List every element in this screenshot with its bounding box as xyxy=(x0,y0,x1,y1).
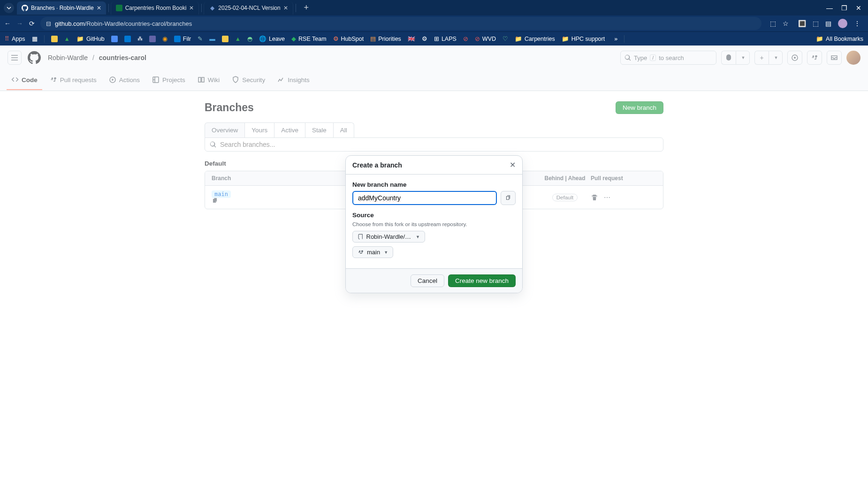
bookmark-item[interactable]: ✎ xyxy=(198,35,203,42)
tab-title: 2025-02-04-NCL Version xyxy=(218,5,280,11)
github-header: Robin-Wardle / countries-carol Type / to… xyxy=(0,46,868,70)
bookmark-item[interactable] xyxy=(124,36,131,42)
bookmark-item[interactable]: ⊘ xyxy=(463,35,468,42)
breadcrumb-repo[interactable]: countries-carol xyxy=(99,54,146,61)
bookmark-item[interactable]: ▬ xyxy=(209,36,215,42)
address-bar-row: ← → ⟳ ⊟ github.com/Robin-Wardle/countrie… xyxy=(0,15,868,31)
bookmark-item[interactable] xyxy=(149,36,156,42)
user-avatar[interactable] xyxy=(846,51,860,65)
profile-avatar[interactable] xyxy=(838,19,847,28)
repo-tab-pullrequests[interactable]: Pull requests xyxy=(45,70,101,90)
minimize-button[interactable]: — xyxy=(826,4,833,12)
all-bookmarks[interactable]: 📁All Bookmarks xyxy=(816,35,863,42)
window-controls: — ❐ ✕ xyxy=(826,4,868,12)
pull-requests-button[interactable] xyxy=(807,51,822,65)
bookmark-wvd[interactable]: ⊘WVD xyxy=(475,35,496,42)
close-icon[interactable]: ✕ xyxy=(97,5,101,11)
global-search[interactable]: Type / to search xyxy=(620,51,716,65)
hamburger-menu[interactable] xyxy=(8,51,22,65)
back-button[interactable]: ← xyxy=(4,20,11,27)
subnav-active[interactable]: Active xyxy=(274,122,305,137)
bookmark-overflow[interactable]: » xyxy=(614,36,617,42)
bookmark-github[interactable]: 📁GitHub xyxy=(76,35,105,42)
th-pull-request: Pull request xyxy=(591,175,656,182)
bookmark-item[interactable]: 🇬🇧 xyxy=(408,35,415,42)
address-bar-actions: ⬚ ☆ 🔳 ⬚ ▤ ⋮ xyxy=(766,19,864,28)
branch-name-input[interactable] xyxy=(352,191,497,205)
svg-point-0 xyxy=(792,55,798,61)
inbox-button[interactable] xyxy=(827,51,842,65)
branch-search-input[interactable] xyxy=(220,141,658,148)
subnav-yours[interactable]: Yours xyxy=(244,122,274,137)
bookmark-leave[interactable]: 🌐Leave xyxy=(259,35,285,42)
bookmark-item[interactable] xyxy=(222,36,228,42)
branch-kebab-icon[interactable]: ⋯ xyxy=(604,194,610,201)
puzzle-icon[interactable]: ⬚ xyxy=(813,20,819,27)
modal-overlay: Create a branch ✕ New branch name Source… xyxy=(0,46,868,220)
close-icon[interactable]: ✕ xyxy=(283,5,288,11)
modal-close-icon[interactable]: ✕ xyxy=(510,160,516,169)
bookmark-item[interactable]: ⁂ xyxy=(137,36,143,42)
bookmark-item[interactable] xyxy=(51,36,58,42)
repo-tab-insights[interactable]: Insights xyxy=(273,70,314,90)
breadcrumb-owner[interactable]: Robin-Wardle xyxy=(48,54,88,61)
bookmark-item[interactable]: ⚙ xyxy=(422,35,427,42)
bookmark-laps[interactable]: ⊞LAPS xyxy=(434,35,457,42)
repo-tab-projects[interactable]: Projects xyxy=(147,70,190,90)
kebab-menu-icon[interactable]: ⋮ xyxy=(854,20,860,27)
reload-button[interactable]: ⟳ xyxy=(28,20,36,27)
excel-icon xyxy=(116,5,122,11)
bookmark-hubspot[interactable]: ⚙HubSpot xyxy=(333,35,364,42)
copy-branch-name-icon[interactable] xyxy=(501,191,516,205)
bookmark-priorities[interactable]: ▤Priorities xyxy=(370,35,401,42)
github-logo-icon[interactable] xyxy=(27,51,41,65)
issues-button[interactable] xyxy=(787,51,802,65)
bookmark-item[interactable]: ♡ xyxy=(503,35,508,42)
bookmark-star-icon[interactable]: ☆ xyxy=(783,20,789,27)
browser-tab[interactable]: ◆ 2025-02-04-NCL Version ✕ xyxy=(204,1,293,15)
bookmark-rseteam[interactable]: ◆RSE Team xyxy=(291,35,327,42)
maximize-button[interactable]: ❐ xyxy=(841,4,847,12)
new-branch-button[interactable]: New branch xyxy=(616,101,663,114)
copilot-button[interactable] xyxy=(721,51,736,65)
page-title: Branches xyxy=(205,101,254,114)
bookmark-grid-icon[interactable]: ▦ xyxy=(32,35,38,42)
bookmark-carpentries[interactable]: 📁Carpentries xyxy=(515,35,555,42)
install-app-icon[interactable]: ⬚ xyxy=(770,20,776,27)
svg-point-1 xyxy=(794,57,796,59)
subnav-all[interactable]: All xyxy=(333,122,354,137)
close-icon[interactable]: ✕ xyxy=(189,5,194,11)
browser-tab[interactable]: Carpentries Room Booki ✕ xyxy=(111,1,199,15)
extensions-icon[interactable]: 🔳 xyxy=(798,20,806,27)
create-new-button[interactable]: + xyxy=(754,51,769,65)
subnav-stale[interactable]: Stale xyxy=(305,122,334,137)
bookmark-item[interactable] xyxy=(111,36,118,42)
repo-tab-actions[interactable]: Actions xyxy=(104,70,145,90)
close-window-button[interactable]: ✕ xyxy=(856,4,861,12)
tab-search-button[interactable] xyxy=(4,3,14,13)
create-new-dropdown[interactable]: ▼ xyxy=(769,51,783,65)
site-info-icon[interactable]: ⊟ xyxy=(46,20,51,27)
side-panel-icon[interactable]: ▤ xyxy=(825,20,831,27)
bookmark-filr[interactable]: Filr xyxy=(174,36,191,42)
repo-tab-security[interactable]: Security xyxy=(227,70,270,90)
bookmark-item[interactable]: ▲ xyxy=(235,36,241,42)
svg-rect-3 xyxy=(153,77,159,83)
bookmark-item[interactable]: ◓ xyxy=(247,35,252,42)
branch-name-chip[interactable]: main xyxy=(212,190,231,198)
copilot-dropdown[interactable]: ▼ xyxy=(736,51,750,65)
browser-tab-active[interactable]: Branches · Robin-Wardle ✕ xyxy=(17,1,106,15)
bookmark-hpc[interactable]: 📁HPC support xyxy=(562,35,605,42)
repo-nav: Code Pull requests Actions Projects Wiki… xyxy=(0,70,868,91)
branch-search-box xyxy=(205,137,663,152)
url-bar[interactable]: ⊟ github.com/Robin-Wardle/countries-caro… xyxy=(40,17,761,30)
forward-button[interactable]: → xyxy=(16,20,23,27)
bookmark-item[interactable]: ▲ xyxy=(64,36,70,42)
bookmark-item[interactable]: ◉ xyxy=(162,35,168,42)
repo-tab-wiki[interactable]: Wiki xyxy=(193,70,225,90)
apps-shortcut[interactable]: ⠿Apps xyxy=(5,35,25,42)
new-tab-button[interactable]: + xyxy=(301,3,312,13)
repo-tab-code[interactable]: Code xyxy=(7,70,42,90)
delete-branch-icon[interactable] xyxy=(591,194,598,201)
subnav-overview[interactable]: Overview xyxy=(205,122,245,137)
